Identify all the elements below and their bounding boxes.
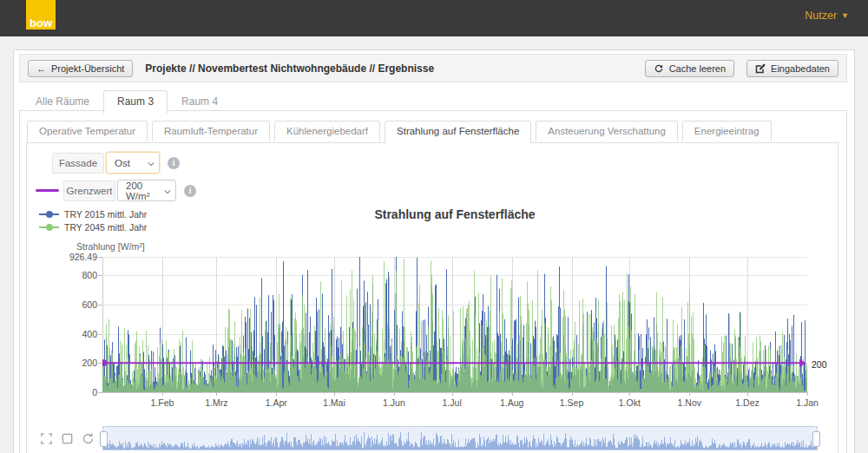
x-tick-mark [512, 392, 513, 396]
application-window: bow Nutzer ▼ ← Projekt-Übersicht Projekt… [0, 0, 868, 453]
y-tick-label: 926.49 [54, 252, 97, 262]
x-tick-label: 1.Jan [786, 397, 828, 408]
subtab-ansteuerung-verschattung[interactable]: Ansteuerung Verschattung [536, 121, 678, 141]
chart-title: Strahlung auf Fensterfläche [194, 207, 715, 221]
zoom-back-icon[interactable] [61, 432, 74, 445]
x-tick-label: 1.Jul [431, 397, 473, 408]
grenzwert-control: Grenzwert 200 W/m² i [36, 180, 196, 201]
x-tick-mark [747, 392, 748, 396]
room-tabs: Alle RäumeRaum 3Raum 4 [22, 90, 232, 114]
x-axis-line [102, 392, 807, 393]
chevron-down-icon: ▼ [841, 11, 849, 20]
grenzwert-label: Grenzwert [63, 181, 115, 201]
back-button-label: Projekt-Übersicht [51, 63, 124, 74]
y-tick-label: 200 [54, 358, 97, 368]
navigator-left-handle[interactable] [100, 431, 108, 447]
y-tick-mark [98, 334, 102, 335]
x-tick-label: 1.Sep [551, 397, 593, 408]
y-tick-label: 800 [54, 270, 97, 280]
x-tick-label: 1.Aug [491, 397, 533, 408]
edit-icon [755, 63, 766, 74]
x-tick-label: 1.Nov [668, 397, 710, 408]
x-tick-label: 1.Okt [608, 397, 650, 408]
bow-logo[interactable]: bow [26, 0, 56, 30]
clear-cache-button[interactable]: Cache leeren [645, 60, 734, 77]
grenzwert-select[interactable]: 200 W/m² [117, 180, 176, 201]
fassade-control: Fassade Ost i [52, 152, 180, 174]
x-tick-label: 1.Mrz [195, 397, 237, 408]
x-tick-mark [807, 392, 808, 396]
subtab-strahlung-auf-fensterfläche[interactable]: Strahlung auf Fensterfläche [385, 121, 531, 143]
navigator-right-handle[interactable] [812, 431, 820, 447]
subtab-operative-temperatur[interactable]: Operative Temperatur [27, 121, 148, 141]
fassade-label: Fassade [52, 153, 104, 174]
input-data-label: Eingabedaten [771, 63, 830, 74]
y-tick-label: 600 [54, 299, 97, 310]
x-tick-label: 1.Apr [255, 397, 297, 408]
subtab-energieeintrag[interactable]: Energieeintrag [682, 121, 772, 141]
arrow-left-icon: ← [36, 63, 46, 74]
y-tick-mark [98, 275, 102, 276]
legend-item[interactable]: TRY 2045 mittl. Jahr [39, 220, 147, 233]
result-tabs: Operative TemperaturRaumluft-TemperaturK… [27, 121, 776, 141]
x-tick-label: 1.Dez [727, 397, 768, 408]
range-navigator[interactable] [102, 426, 818, 450]
y-tick-label: 400 [54, 329, 97, 339]
legend-label: TRY 2015 mittl. Jahr [64, 209, 147, 220]
radiation-chart-plot[interactable] [102, 257, 807, 392]
legend-label: TRY 2045 mittl. Jahr [64, 222, 147, 233]
info-icon[interactable]: i [184, 185, 196, 197]
y-tick-label: 0 [54, 387, 97, 397]
user-menu-label: Nutzer [805, 10, 837, 22]
y-tick-mark [98, 392, 102, 393]
x-tick-label: 1.Jun [373, 397, 415, 408]
x-tick-mark [162, 392, 163, 396]
x-tick-mark [276, 392, 277, 396]
threshold-value-label: 200 [812, 359, 827, 370]
legend-marker-icon [39, 213, 59, 215]
x-tick-label: 1.Feb [141, 397, 183, 408]
legend-item[interactable]: TRY 2015 mittl. Jahr [39, 207, 147, 220]
subtab-raumluft-temperatur[interactable]: Raumluft-Temperatur [152, 121, 270, 141]
x-tick-mark [629, 392, 630, 396]
chart-legend: TRY 2015 mittl. JahrTRY 2045 mittl. Jahr [39, 207, 147, 233]
legend-marker-icon [39, 226, 59, 228]
breadcrumb: Projekte // Novembertest Nichtwohngebäud… [145, 62, 434, 75]
y-tick-mark [98, 257, 102, 258]
y-axis-title: Strahlung [W/m²] [76, 241, 145, 252]
chevron-down-icon [148, 161, 155, 167]
y-tick-mark [98, 305, 102, 305]
x-tick-label: 1.Mai [313, 397, 355, 408]
navigator-sparkline [103, 427, 817, 450]
y-tick-mark [98, 363, 102, 364]
x-tick-mark [334, 392, 335, 396]
clear-cache-label: Cache leeren [669, 63, 726, 74]
zoom-box-icon[interactable] [40, 432, 53, 445]
back-to-projects-button[interactable]: ← Projekt-Übersicht [28, 60, 133, 77]
top-navigation-bar: bow Nutzer ▼ [0, 0, 868, 36]
x-tick-mark [689, 392, 690, 396]
chevron-down-icon [164, 188, 171, 195]
fassade-select[interactable]: Ost [106, 152, 160, 174]
tab-alle-räume[interactable]: Alle Räume [22, 90, 103, 114]
info-icon[interactable]: i [168, 157, 180, 169]
x-tick-mark [216, 392, 217, 396]
x-tick-mark [452, 392, 453, 396]
subtab-kühlenergiebedarf[interactable]: Kühlenergiebedarf [274, 121, 380, 141]
user-menu[interactable]: Nutzer ▼ [805, 10, 849, 22]
x-tick-mark [572, 392, 573, 396]
fassade-value: Ost [115, 158, 130, 168]
tab-raum-4[interactable]: Raum 4 [168, 90, 232, 114]
restore-icon[interactable] [82, 432, 95, 445]
threshold-color-swatch [36, 189, 59, 192]
breadcrumb-bar: ← Projekt-Übersicht Projekte // November… [19, 54, 847, 82]
input-data-button[interactable]: Eingabedaten [746, 60, 838, 77]
tab-raum-3[interactable]: Raum 3 [103, 90, 168, 114]
grenzwert-value: 200 W/m² [126, 181, 160, 201]
refresh-icon [654, 63, 664, 74]
x-tick-mark [394, 392, 395, 396]
logo-text: bow [30, 17, 52, 30]
